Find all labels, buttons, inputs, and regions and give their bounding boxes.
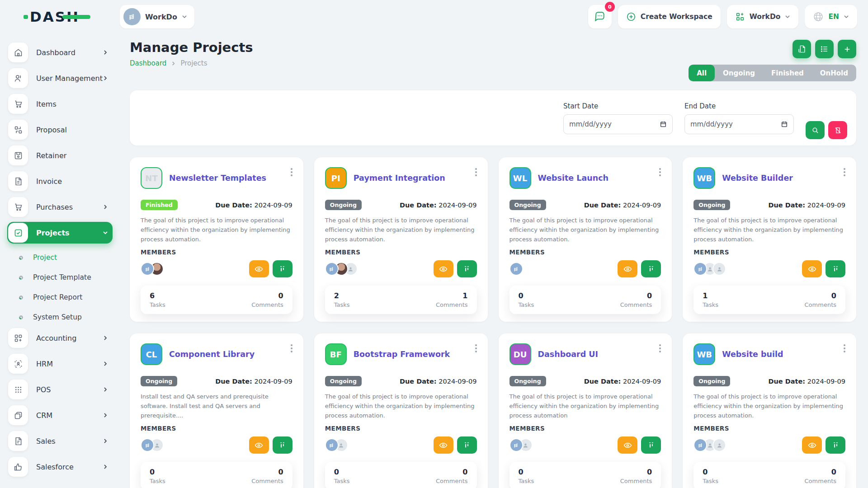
project-board-button[interactable] [826, 436, 845, 454]
project-title-link[interactable]: Website Launch [538, 174, 609, 183]
project-board-button[interactable] [273, 436, 292, 454]
sidebar-item-items[interactable]: Items [7, 93, 113, 115]
tasks-count: 0 [334, 468, 350, 476]
project-title-link[interactable]: Website build [722, 350, 783, 359]
due-date-label: Due Date: [215, 378, 252, 385]
card-menu-button[interactable] [473, 166, 479, 178]
sidebar-item-dashboard[interactable]: Dashboard [7, 42, 113, 63]
member-avatar-workspace[interactable] [325, 262, 339, 276]
view-project-button[interactable] [434, 436, 453, 454]
comments-stat: 0Comments [251, 291, 283, 308]
member-avatar-workspace[interactable] [325, 438, 339, 452]
add-project-button[interactable] [838, 40, 856, 58]
sidebar-subitem-project-report[interactable]: Project Report [7, 287, 113, 307]
card-menu-button[interactable] [657, 166, 663, 178]
building-icon [127, 12, 137, 21]
messages-button[interactable]: 0 [588, 5, 612, 28]
members-label: MEMBERS [693, 249, 845, 256]
sidebar-item-invoice[interactable]: Invoice [7, 170, 113, 192]
list-view-button[interactable] [815, 40, 834, 58]
sidebar-subitem-project[interactable]: Project [7, 248, 113, 267]
calendar-icon[interactable] [781, 121, 788, 128]
members-row [141, 260, 292, 277]
start-date-input[interactable]: mm/dd/yyyy [563, 114, 673, 134]
chevron-right-icon [103, 50, 108, 55]
project-title-link[interactable]: Bootstrap Framework [354, 350, 450, 359]
sidebar-item-pos[interactable]: POS [7, 379, 113, 400]
search-button[interactable] [806, 121, 825, 139]
card-action-buttons [434, 260, 477, 277]
due-date-label: Due Date: [768, 202, 805, 209]
calendar-icon[interactable] [660, 121, 667, 128]
tab-onhold[interactable]: OnHold [812, 65, 856, 81]
card-menu-button[interactable] [289, 166, 294, 178]
project-board-button[interactable] [457, 436, 477, 454]
comments-stat: 0Comments [805, 468, 836, 484]
sidebar-item-label: Accounting [36, 334, 76, 343]
project-title-link[interactable]: Website Builder [722, 174, 793, 183]
tab-finished[interactable]: Finished [763, 65, 812, 81]
sidebar-item-purchases[interactable]: Purchases [7, 196, 113, 218]
status-badge: Ongoing [141, 376, 177, 386]
workspace-selector[interactable]: WorkDo [120, 5, 194, 28]
sidebar-item-salesforce[interactable]: Salesforce [7, 456, 113, 478]
language-selector[interactable]: EN [805, 5, 857, 28]
card-menu-button[interactable] [657, 343, 663, 354]
card-menu-button[interactable] [473, 343, 479, 354]
card-menu-button[interactable] [289, 343, 294, 354]
end-date-input[interactable]: mm/dd/yyyy [684, 114, 794, 134]
page-title: Manage Projects [130, 40, 253, 55]
workspace-selector-label: WorkDo [145, 13, 177, 21]
project-title-link[interactable]: Dashboard UI [538, 350, 599, 359]
end-date-label: End Date [684, 102, 794, 110]
project-board-button[interactable] [826, 260, 845, 277]
kanban-icon [278, 265, 286, 273]
view-project-button[interactable] [802, 260, 822, 277]
member-avatar-placeholder[interactable] [712, 438, 726, 452]
view-project-button[interactable] [249, 260, 269, 277]
tab-ongoing[interactable]: Ongoing [715, 65, 763, 81]
view-project-button[interactable] [249, 436, 269, 454]
sidebar-item-hrm[interactable]: HRM [7, 353, 113, 375]
create-workspace-button[interactable]: Create Workspace [618, 5, 721, 28]
language-label: EN [828, 13, 839, 21]
workspace-menu-button[interactable]: WorkDo [727, 5, 799, 28]
view-project-button[interactable] [618, 260, 637, 277]
sidebar-item-projects[interactable]: Projects [7, 222, 113, 244]
topbar: DASH WorkDo 0 Create Works [0, 0, 868, 33]
sidebar-item-user-management[interactable]: User Management [7, 67, 113, 89]
chevron-down-icon [182, 14, 187, 19]
tab-all[interactable]: All [689, 65, 715, 81]
member-avatar-workspace[interactable] [509, 262, 523, 276]
card-menu-button[interactable] [842, 343, 847, 354]
project-board-button[interactable] [641, 436, 661, 454]
view-project-button[interactable] [434, 260, 453, 277]
sidebar-item-proposal[interactable]: Proposal [7, 119, 113, 141]
plus-icon [843, 45, 851, 53]
eye-icon [255, 441, 263, 450]
reset-filter-button[interactable] [828, 121, 847, 139]
project-title-link[interactable]: Payment Integration [354, 174, 445, 183]
sidebar-item-label: User Management [36, 74, 103, 83]
project-title-link[interactable]: Newsletter Templates [169, 174, 266, 183]
project-board-button[interactable] [273, 260, 292, 277]
brand-logo[interactable]: DASH [30, 9, 80, 25]
export-button[interactable] [793, 40, 811, 58]
breadcrumb-dashboard-link[interactable]: Dashboard [130, 59, 166, 67]
project-board-button[interactable] [457, 260, 477, 277]
view-project-button[interactable] [618, 436, 637, 454]
sidebar-item-crm[interactable]: CRM [7, 404, 113, 426]
card-menu-button[interactable] [842, 166, 847, 178]
sidebar-item-retainer[interactable]: Retainer [7, 145, 113, 166]
member-avatar-workspace[interactable] [509, 438, 523, 452]
sidebar-subitem-project-template[interactable]: Project Template [7, 267, 113, 287]
project-title-link[interactable]: Component Library [169, 350, 255, 359]
sidebar-item-sales[interactable]: Sales [7, 430, 113, 452]
sidebar-item-accounting[interactable]: Accounting [7, 327, 113, 349]
member-avatar-placeholder[interactable] [712, 262, 726, 276]
sidebar-subitem-system-setup[interactable]: System Setup [7, 307, 113, 327]
start-date-field: Start Date mm/dd/yyyy [563, 102, 673, 134]
view-project-button[interactable] [802, 436, 822, 454]
project-avatar: DU [509, 343, 531, 365]
project-board-button[interactable] [641, 260, 661, 277]
